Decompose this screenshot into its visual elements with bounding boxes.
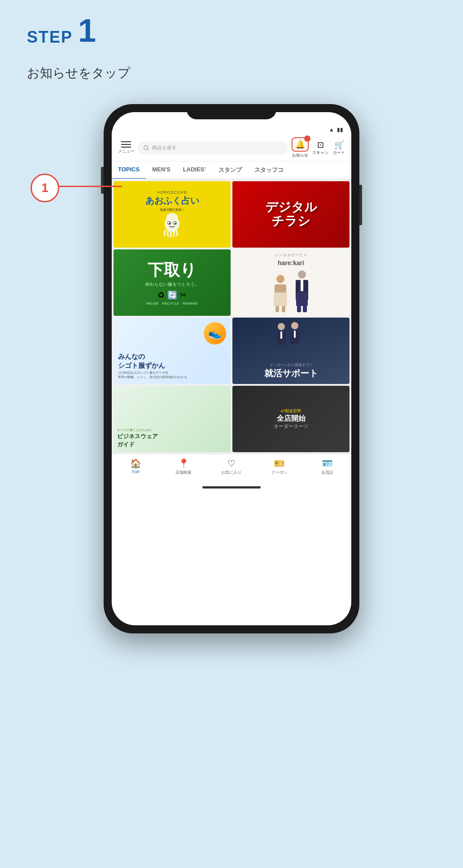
shitadori-main: 下取り: [148, 259, 197, 281]
banner-bizwear[interactable]: すべての働く人のための ビジネスウェアガイド: [114, 386, 231, 452]
ordersuit-count: 47都道府県: [280, 408, 301, 414]
notification-icon: 🔔: [295, 140, 305, 149]
horoscope-main: あおふく占い: [145, 195, 199, 207]
notification-label: お知らせ: [292, 153, 308, 158]
menu-button[interactable]: メニュー: [118, 141, 134, 154]
notification-button[interactable]: 🔔 お知らせ: [292, 137, 309, 158]
nav-favorites[interactable]: ♡ お気に入り: [208, 458, 256, 475]
harekari-label: レンタルサービス: [275, 253, 307, 257]
banner-shigoto[interactable]: 👟 みんなのシゴト服ずかん 12,000点以上のシゴト服をデータ化業界や職種、シ…: [114, 318, 231, 384]
annotation-line: [59, 186, 122, 187]
step-label: STEP 1: [27, 14, 463, 47]
phone-mockup-wrapper: 1 ▲ ▮▮: [0, 104, 463, 633]
ordersuit-main: 全店開始: [277, 414, 306, 423]
store-icon: 📍: [178, 458, 189, 469]
octopus-figure: [160, 212, 184, 239]
subtitle: お知らせをタップ: [27, 65, 463, 82]
svg-rect-18: [303, 305, 307, 312]
banner-shitadori[interactable]: 下取り 終わらない服をつくろう。 ♻ 🔄 ✂ REUSE RECYCLE REM…: [114, 249, 231, 316]
banner-digital-flyer[interactable]: デジタルチラシ: [232, 181, 349, 248]
svg-rect-15: [301, 280, 303, 291]
svg-rect-12: [282, 306, 285, 312]
svg-rect-21: [280, 331, 282, 339]
tab-ladies[interactable]: LADIES': [177, 161, 212, 179]
ordersuit-sub: オーダースーツ: [274, 423, 308, 430]
svg-point-6: [175, 222, 176, 224]
remake-icon: ✂: [180, 290, 187, 300]
shitadori-icons: ♻ 🔄 ✂: [157, 290, 187, 300]
svg-point-5: [169, 222, 170, 224]
nav-membership-label: 会員証: [321, 470, 333, 475]
banner-ordersuit[interactable]: 47都道府県 全店開始 オーダースーツ: [232, 386, 349, 452]
tab-topics[interactable]: TOPICS: [112, 161, 146, 179]
heart-icon: ♡: [227, 458, 236, 469]
shigoto-main: みんなのシゴト服ずかん: [118, 352, 165, 370]
step-text: STEP: [27, 28, 73, 47]
app-header: メニュー 商品を探す 🔔: [112, 135, 351, 161]
svg-rect-17: [297, 305, 301, 312]
shukatsu-people: [269, 320, 314, 352]
content-grid: HOROSCOPE あおふく占い 毎週月曜日更新！: [112, 179, 351, 454]
nav-coupon[interactable]: 🎫 クーポン: [255, 458, 303, 475]
svg-rect-11: [275, 306, 279, 312]
svg-point-7: [166, 213, 178, 221]
battery-icon: ▮▮: [337, 126, 343, 133]
svg-point-8: [276, 275, 284, 283]
phone-notch: [187, 104, 276, 119]
home-bar: [202, 486, 261, 489]
svg-line-1: [148, 149, 149, 150]
banner-horoscope[interactable]: HOROSCOPE あおふく占い 毎週月曜日更新！: [114, 181, 231, 248]
nav-top[interactable]: 🏠 TOP: [112, 458, 160, 475]
cart-icon: 🛒: [334, 140, 344, 150]
phone-screen: ▲ ▮▮ メニュー: [112, 112, 351, 625]
cart-button[interactable]: 🛒 カート: [333, 140, 345, 156]
harekari-people: [271, 270, 311, 313]
step-number: 1: [78, 14, 96, 47]
annotation-circle-1: 1: [31, 174, 59, 202]
membership-icon: 🪪: [322, 458, 333, 469]
nav-favorites-label: お気に入り: [221, 470, 241, 475]
svg-rect-10: [274, 292, 287, 306]
wifi-icon: ▲: [329, 126, 334, 133]
harekari-brand: hare:kari: [278, 259, 304, 266]
search-icon: [143, 145, 149, 151]
home-indicator: [112, 481, 351, 493]
horoscope-title: HOROSCOPE: [157, 190, 188, 195]
shigoto-decoration: 👟: [204, 322, 226, 345]
nav-coupon-label: クーポン: [271, 470, 288, 475]
nav-store-label: 店舗検索: [175, 470, 192, 475]
nav-store-search[interactable]: 📍 店舗検索: [160, 458, 208, 475]
header-right-icons: ⊡ スキャン 🛒 カート: [312, 140, 345, 156]
svg-point-22: [291, 322, 298, 329]
nav-top-label: TOP: [131, 470, 140, 474]
shigoto-sub: 12,000点以上のシゴト服をデータ化業界や職種、シーン、世代別の着用傾向がわか…: [118, 371, 187, 379]
shukatsu-label: インターンから面接まで！: [264, 362, 318, 367]
svg-point-19: [278, 323, 285, 330]
search-placeholder: 商品を探す: [152, 144, 177, 151]
tab-staff[interactable]: スタッフコ: [248, 161, 290, 179]
digital-text: デジタルチラシ: [265, 201, 317, 228]
search-bar[interactable]: 商品を探す: [138, 141, 288, 155]
home-icon: 🏠: [130, 458, 141, 469]
shukatsu-content: インターンから面接まで！ 就活サポート: [264, 362, 318, 379]
bizwear-header: すべての働く人のための: [117, 428, 152, 432]
horoscope-sub: 毎週月曜日更新！: [160, 208, 185, 212]
svg-rect-24: [294, 331, 296, 338]
tab-stamp[interactable]: スタンプ: [212, 161, 248, 179]
notification-badge: [304, 135, 310, 142]
banner-harekari[interactable]: レンタルサービス hare:kari: [232, 249, 349, 316]
shukatsu-main: 就活サポート: [264, 367, 318, 379]
shitadori-sub: 終わらない服をつくろう。: [145, 281, 199, 288]
person-female: [271, 275, 290, 313]
nav-membership[interactable]: 🪪 会員証: [303, 458, 351, 475]
banner-shukatsu[interactable]: インターンから面接まで！ 就活サポート: [232, 318, 349, 384]
svg-point-13: [298, 270, 306, 279]
scan-icon: ⊡: [317, 140, 324, 150]
tab-mens[interactable]: MEN'S: [146, 161, 177, 179]
svg-rect-16: [296, 292, 308, 306]
reuse-icon: ♻: [157, 290, 165, 300]
coupon-icon: 🎫: [274, 458, 285, 469]
recycle-icon: 🔄: [167, 290, 177, 300]
scan-button[interactable]: ⊡ スキャン: [312, 140, 328, 156]
svg-point-0: [144, 145, 148, 149]
